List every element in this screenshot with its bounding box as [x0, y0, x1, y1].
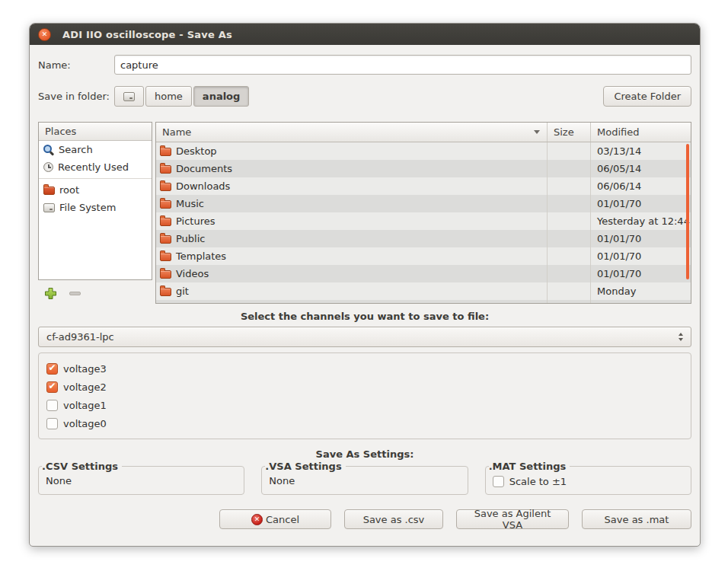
save-in-folder-row: Save in folder: home analog Create Folde… — [38, 86, 691, 107]
save-as-agilent-vsa-button[interactable]: Save as Agilent VSA — [456, 509, 569, 529]
channel-voltage1[interactable]: voltage1 — [46, 396, 683, 414]
create-folder-button[interactable]: Create Folder — [603, 86, 691, 107]
save-as-mat-button[interactable]: Save as .mat — [582, 509, 691, 529]
save-as-dialog: ✕ ADI IIO oscilloscope - Save As Name: S… — [29, 23, 701, 547]
table-row[interactable]: Pictures Yesterday at 12:44 — [156, 212, 691, 230]
table-row[interactable]: Music 01/01/70 — [156, 195, 691, 212]
place-item-search[interactable]: Search — [39, 141, 152, 158]
places-header[interactable]: Places — [39, 123, 152, 141]
cancel-button[interactable]: ✕ Cancel — [219, 509, 331, 529]
vsa-settings-title: .VSA Settings — [265, 461, 345, 472]
channels-prompt: Select the channels you want to save to … — [38, 311, 691, 322]
folder-icon — [160, 235, 171, 244]
add-place-button[interactable] — [44, 287, 57, 300]
checkbox-voltage1[interactable] — [46, 400, 58, 411]
search-icon — [43, 145, 54, 155]
path-home-button[interactable]: home — [145, 86, 192, 107]
channels-frame: voltage3 voltage2 voltage1 voltage0 — [38, 352, 691, 439]
recently-used-clock-icon — [43, 162, 53, 172]
filename-input[interactable] — [114, 55, 691, 75]
save-as-csv-button[interactable]: Save as .csv — [344, 509, 443, 529]
checkbox-voltage0[interactable] — [46, 418, 58, 429]
table-row-partial[interactable] — [156, 300, 691, 304]
column-header-name[interactable]: Name — [156, 123, 548, 142]
minus-icon — [69, 292, 81, 295]
spinner-arrows-icon — [679, 333, 683, 341]
sort-desc-icon — [534, 130, 540, 134]
close-icon: ✕ — [42, 31, 48, 38]
window-title: ADI IIO oscilloscope - Save As — [62, 29, 232, 40]
place-item-label: File System — [59, 202, 116, 213]
folder-icon — [160, 183, 171, 191]
table-row[interactable]: Templates 01/01/70 — [156, 247, 691, 265]
places-separator — [39, 178, 152, 179]
cancel-circle-icon: ✕ — [251, 514, 263, 525]
csv-settings-title: .CSV Settings — [42, 461, 122, 472]
column-header-modified[interactable]: Modified — [591, 123, 691, 142]
places-panel: Places Search Recently Used root — [38, 122, 152, 280]
mat-settings-title: .MAT Settings — [489, 461, 570, 472]
channel-voltage3[interactable]: voltage3 — [46, 359, 683, 378]
checkbox-label: voltage0 — [63, 418, 107, 429]
file-list: Name Size Modified Desktop 03/13/14 Docu… — [155, 122, 691, 304]
remove-place-button[interactable] — [69, 292, 81, 295]
vsa-settings-value: None — [269, 473, 460, 486]
device-select[interactable]: cf-ad9361-lpc — [38, 327, 691, 347]
drive-icon — [123, 92, 135, 101]
file-list-header: Name Size Modified — [156, 123, 691, 142]
csv-settings-value: None — [46, 473, 237, 486]
drive-icon — [43, 203, 55, 212]
device-select-value: cf-ad9361-lpc — [46, 331, 114, 343]
vertical-scrollbar[interactable] — [686, 144, 689, 279]
checkbox-voltage3[interactable] — [46, 363, 58, 375]
mat-settings-group: .MAT Settings Scale to ±1 — [485, 461, 691, 495]
channel-voltage2[interactable]: voltage2 — [46, 378, 683, 396]
table-row[interactable]: git Monday — [156, 282, 691, 300]
place-item-recently-used[interactable]: Recently Used — [39, 158, 152, 176]
folder-icon — [160, 288, 171, 296]
table-row[interactable]: Documents 06/05/14 — [156, 160, 691, 177]
name-label: Name: — [38, 59, 114, 71]
titlebar[interactable]: ✕ ADI IIO oscilloscope - Save As — [30, 24, 700, 45]
home-folder-icon — [43, 187, 55, 195]
name-row: Name: — [38, 55, 691, 75]
folder-icon — [160, 218, 171, 226]
place-item-root[interactable]: root — [39, 181, 152, 199]
file-rows: Desktop 03/13/14 Documents 06/05/14 Down… — [156, 142, 691, 304]
plus-icon — [44, 287, 57, 300]
csv-settings-group: .CSV Settings None — [38, 461, 244, 495]
save-as-settings-heading: Save As Settings: — [38, 448, 691, 460]
folder-icon — [160, 200, 171, 209]
table-row[interactable]: Desktop 03/13/14 — [156, 142, 691, 160]
save-in-folder-label: Save in folder: — [38, 91, 114, 102]
channel-voltage0[interactable]: voltage0 — [46, 414, 683, 432]
place-item-label: root — [59, 184, 79, 196]
vsa-settings-group: .VSA Settings None — [261, 461, 468, 495]
filesystem-root-button[interactable] — [114, 86, 144, 107]
place-item-label: Recently Used — [58, 161, 129, 173]
folder-icon — [160, 270, 171, 279]
table-row[interactable]: Videos 01/01/70 — [156, 265, 691, 282]
checkbox-scale-to-1[interactable] — [493, 476, 504, 487]
place-item-file-system[interactable]: File System — [39, 199, 152, 216]
close-button[interactable]: ✕ — [38, 28, 51, 41]
folder-icon — [160, 165, 171, 174]
checkbox-label: Scale to ±1 — [509, 476, 567, 487]
path-analog-button[interactable]: analog — [193, 86, 250, 107]
table-row[interactable]: Public 01/01/70 — [156, 230, 691, 247]
folder-icon — [160, 253, 171, 261]
path-breadcrumb: home analog — [114, 86, 249, 107]
table-row[interactable]: Downloads 06/06/14 — [156, 177, 691, 195]
checkbox-label: voltage3 — [63, 363, 107, 375]
checkbox-label: voltage2 — [63, 381, 107, 393]
scale-to-1-row[interactable]: Scale to ±1 — [493, 473, 684, 489]
checkbox-voltage2[interactable] — [46, 381, 58, 393]
column-header-size[interactable]: Size — [548, 123, 591, 142]
place-item-label: Search — [59, 144, 93, 155]
folder-icon — [160, 148, 171, 156]
checkbox-label: voltage1 — [63, 400, 107, 411]
